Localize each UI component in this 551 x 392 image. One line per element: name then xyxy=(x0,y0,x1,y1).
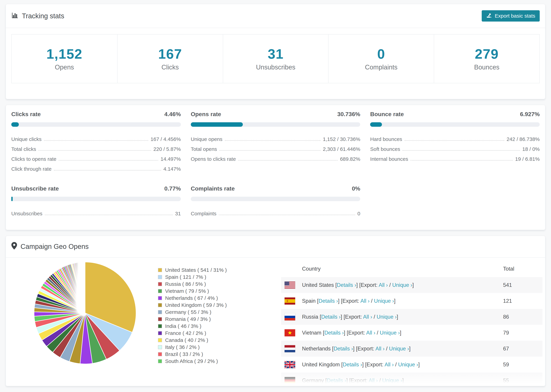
rate-detail-row: Unique opens1,152 / 30.736% xyxy=(191,132,360,142)
dotted-leader xyxy=(219,215,355,215)
detail-value: 31 xyxy=(175,211,181,217)
total-cell: 541 xyxy=(503,282,543,288)
complaints-rate-head: Complaints rate0% xyxy=(191,185,360,192)
tracking-stats-title: Tracking stats xyxy=(11,12,64,20)
export-all-link[interactable]: All › xyxy=(379,282,388,288)
export-unique-link[interactable]: Unique › xyxy=(392,282,412,288)
detail-value: 2,303 / 61.446% xyxy=(323,146,360,152)
legend-label: Romania ( 49 / 3% ) xyxy=(165,316,211,322)
dotted-leader xyxy=(45,215,173,215)
flag-ru-icon xyxy=(285,313,295,321)
legend-item-russia: Russia ( 86 / 5% ) xyxy=(158,280,240,287)
opens-rate-head: Opens rate30.736% xyxy=(191,111,360,118)
detail-value: 0 xyxy=(357,211,360,217)
legend-swatch xyxy=(158,296,162,300)
dotted-leader xyxy=(403,150,520,151)
table-row-nl: Netherlands [Details ›] [Export: All › /… xyxy=(281,341,543,357)
stat-label: Unsubscribes xyxy=(223,64,328,71)
export-unique-link[interactable]: Unique › xyxy=(380,330,400,336)
detail-value: 242 / 86.738% xyxy=(507,136,540,142)
details-link[interactable]: Details › xyxy=(337,282,356,288)
table-row-us: United States [Details ›] [Export: All ›… xyxy=(281,277,543,293)
unsubscribe-rate-block: Unsubscribe rate0.77%Unsubscribes31 xyxy=(11,185,181,217)
flag-us-icon xyxy=(285,281,295,289)
rate-title: Opens rate xyxy=(191,111,221,118)
bar-chart-icon xyxy=(11,12,19,20)
country-name: United Kingdom xyxy=(302,362,340,368)
details-link[interactable]: Details › xyxy=(321,314,341,320)
dotted-leader xyxy=(225,140,320,141)
details-link[interactable]: Details › xyxy=(333,346,353,352)
rate-detail-rows: Unsubscribes31 xyxy=(11,207,181,217)
legend-label: India ( 46 / 3% ) xyxy=(165,323,201,329)
unsubscribe-rate-head: Unsubscribe rate0.77% xyxy=(11,185,181,192)
details-link[interactable]: Details › xyxy=(324,330,344,336)
export-all-link[interactable]: All › xyxy=(363,314,372,320)
stat-cell-clicks: 167Clicks xyxy=(117,35,223,83)
geo-title-text: Campaign Geo Opens xyxy=(21,243,89,250)
table-row-vn: Vietnam [Details ›] [Export: All › / Uni… xyxy=(281,325,543,341)
rate-detail-rows: Unique clicks167 / 4.456%Total clicks220… xyxy=(11,132,181,172)
details-link[interactable]: Details › xyxy=(319,298,338,304)
legend-label: Vietnam ( 79 / 5% ) xyxy=(165,288,209,294)
stat-cell-unsubscribes: 31Unsubscribes xyxy=(223,35,328,83)
detail-value: 14.497% xyxy=(161,156,181,162)
stat-label: Opens xyxy=(12,64,117,71)
stat-value: 0 xyxy=(329,47,434,61)
rate-value: 30.736% xyxy=(337,111,360,118)
legend-swatch xyxy=(158,275,162,279)
export-all-link[interactable]: All › xyxy=(369,378,378,384)
details-link[interactable]: Details › xyxy=(327,378,346,384)
legend-swatch xyxy=(158,303,162,307)
details-link[interactable]: Details › xyxy=(343,362,362,368)
clicks-rate-block: Clicks rate4.46%Unique clicks167 / 4.456… xyxy=(11,111,181,172)
export-unique-link[interactable]: Unique › xyxy=(382,378,402,384)
export-unique-link[interactable]: Unique › xyxy=(398,362,418,368)
export-button-label: Export basic stats xyxy=(495,13,535,19)
legend-item-romania: Romania ( 49 / 3% ) xyxy=(158,315,240,322)
legend-label: South Africa ( 29 / 2% ) xyxy=(165,358,218,364)
rates-grid: Clicks rate4.46%Unique clicks167 / 4.456… xyxy=(11,111,540,217)
rate-value: 0.77% xyxy=(164,185,181,192)
campaign-geo-opens-card: Campaign Geo Opens United States ( 541 /… xyxy=(6,236,545,386)
rate-detail-row: Unique clicks167 / 4.456% xyxy=(11,132,181,142)
geo-table-body: United States [Details ›] [Export: All ›… xyxy=(281,277,543,386)
export-all-link[interactable]: All › xyxy=(384,362,394,368)
legend-item-united-states: United States ( 541 / 31% ) xyxy=(158,266,240,273)
stat-cell-complaints: 0Complaints xyxy=(328,35,434,83)
export-unique-link[interactable]: Unique › xyxy=(377,314,397,320)
rate-value: 6.927% xyxy=(520,111,540,118)
progress-fill xyxy=(191,122,243,127)
rate-detail-row: Unsubscribes31 xyxy=(11,207,181,217)
legend-item-spain: Spain ( 121 / 7% ) xyxy=(158,273,240,280)
stat-value: 31 xyxy=(223,47,328,61)
country-cell: United Kingdom [Details ›] [Export: All … xyxy=(302,362,503,368)
rate-detail-row: Total clicks220 / 5.87% xyxy=(11,142,181,152)
stat-label: Complaints xyxy=(329,64,434,71)
legend-swatch xyxy=(158,338,162,342)
pie-svg xyxy=(33,261,137,365)
detail-value: 689.82% xyxy=(340,156,360,162)
total-cell: 59 xyxy=(503,362,543,368)
export-basic-stats-button[interactable]: Export basic stats xyxy=(482,10,540,21)
stat-value: 1,152 xyxy=(12,47,117,61)
total-column-header: Total xyxy=(503,266,543,272)
progress-fill xyxy=(370,122,382,127)
export-unique-link[interactable]: Unique › xyxy=(389,346,409,352)
table-row-gb: United Kingdom [Details ›] [Export: All … xyxy=(281,357,543,372)
export-all-link[interactable]: All › xyxy=(366,330,375,336)
rate-value: 4.46% xyxy=(164,111,181,118)
progress-track xyxy=(191,197,360,201)
flag-de-icon xyxy=(285,377,295,384)
export-all-link[interactable]: All › xyxy=(375,346,384,352)
legend-label: Russia ( 86 / 5% ) xyxy=(165,281,206,287)
export-all-link[interactable]: All › xyxy=(360,298,369,304)
detail-label: Clicks to opens rate xyxy=(11,156,56,162)
bounce-rate-block: Bounce rate6.927%Hard bounces242 / 86.73… xyxy=(370,111,540,172)
export-unique-link[interactable]: Unique › xyxy=(374,298,394,304)
country-name: United States xyxy=(302,282,334,288)
map-marker-icon xyxy=(11,242,17,251)
legend-swatch xyxy=(158,310,162,314)
country-cell: United States [Details ›] [Export: All ›… xyxy=(302,282,503,288)
rate-detail-rows: Unique opens1,152 / 30.736%Total opens2,… xyxy=(191,132,360,162)
